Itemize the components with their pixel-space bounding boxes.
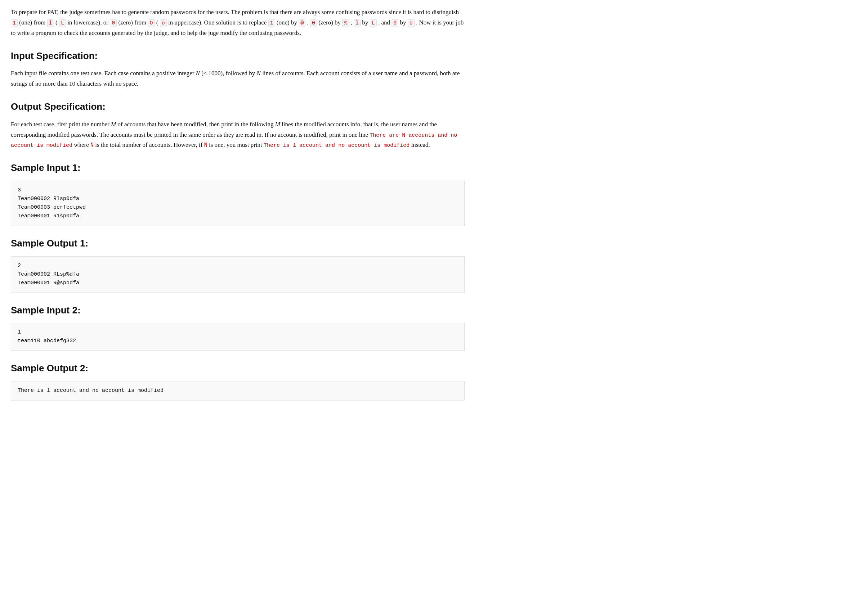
code-l-replace: l	[354, 19, 360, 27]
code-percent: %	[342, 19, 349, 27]
code-L-replace: L	[370, 19, 377, 27]
output-spec-paragraph: For each test case, first print the numb…	[11, 119, 465, 151]
sample-output1-code: 2 Team000002 RLsp%dfa Team000001 R@spodf…	[11, 256, 465, 293]
code-L-lower: L	[59, 19, 66, 27]
red-N: N	[90, 141, 94, 148]
sample-input2-heading: Sample Input 2:	[11, 303, 465, 318]
sample-input1-code: 3 Team000002 Rlsp0dfa Team000003 perfect…	[11, 181, 465, 226]
red-N2: N	[204, 141, 207, 148]
red-phrase2: There is 1 account and no account is mod…	[264, 143, 409, 149]
code-o-upper: O	[148, 19, 155, 27]
output-spec-heading: Output Specification:	[11, 99, 465, 115]
intro-paragraph: To prepare for PAT, the judge sometimes …	[11, 7, 465, 38]
input-spec-heading: Input Specification:	[11, 49, 465, 64]
code-o-replace: o	[408, 19, 415, 27]
code-O-replace: 0	[391, 19, 399, 27]
code-l: l	[47, 19, 54, 27]
code-1: 1	[11, 19, 18, 27]
input-spec-paragraph: Each input file contains one test case. …	[11, 68, 465, 89]
code-at: @	[298, 19, 306, 27]
sample-input1-heading: Sample Input 1:	[11, 160, 465, 176]
code-0-replace: 0	[310, 19, 317, 27]
code-0: 0	[110, 19, 117, 27]
sample-output1-heading: Sample Output 1:	[11, 236, 465, 251]
code-o-inline: o	[160, 19, 167, 27]
sample-input2-code: 1 team110 abcdefg332	[11, 323, 465, 351]
sample-output2-code: There is 1 account and no account is mod…	[11, 381, 465, 400]
code-1-replace: 1	[268, 19, 275, 27]
sample-output2-heading: Sample Output 2:	[11, 361, 465, 376]
